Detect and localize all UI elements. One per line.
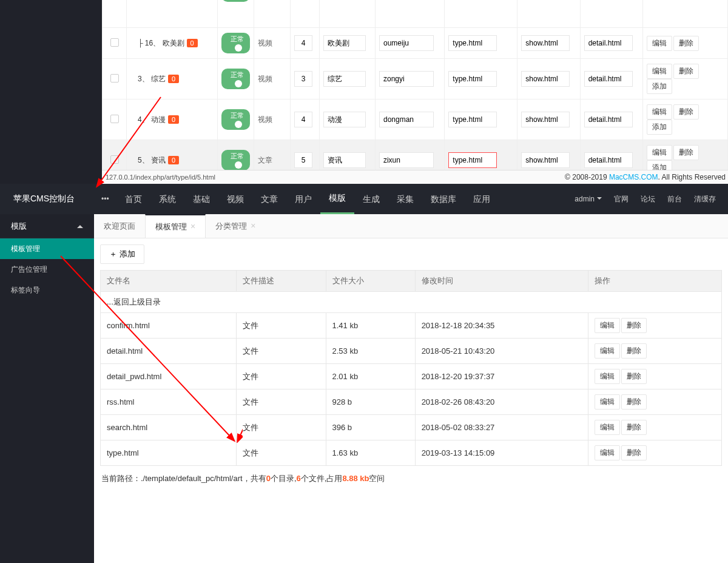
sidebar-header[interactable]: 模版 xyxy=(0,214,94,238)
name2-input[interactable] xyxy=(323,35,366,51)
file-row: detail_pwd.html文件2.01 kb2018-12-20 19:37… xyxy=(101,364,722,389)
row-checkbox[interactable] xyxy=(110,115,119,123)
action-删除[interactable]: 删除 xyxy=(673,64,699,79)
status-toggle[interactable]: 正常 xyxy=(221,150,250,170)
edit-button[interactable]: 编辑 xyxy=(595,369,620,384)
sidebar-item-2[interactable]: 标签向导 xyxy=(0,280,94,300)
link-forum[interactable]: 论坛 xyxy=(635,194,661,204)
row-checkbox[interactable] xyxy=(110,38,119,47)
slug-input[interactable] xyxy=(379,71,434,87)
tab-close-icon[interactable]: × xyxy=(251,221,255,231)
row-checkbox[interactable] xyxy=(110,74,119,83)
showfile-input[interactable] xyxy=(521,152,570,168)
edit-button[interactable]: 编辑 xyxy=(595,445,620,460)
typefile-input[interactable] xyxy=(448,35,497,51)
edit-button[interactable]: 编辑 xyxy=(595,318,620,333)
file-name[interactable]: detail.html xyxy=(101,339,237,364)
edit-button[interactable]: 编辑 xyxy=(595,394,620,410)
action-删除[interactable]: 删除 xyxy=(673,104,699,120)
nav-视频[interactable]: 视频 xyxy=(218,184,252,214)
delete-button[interactable]: 删除 xyxy=(621,369,647,384)
action-删除[interactable]: 删除 xyxy=(673,36,699,51)
typefile-input[interactable] xyxy=(448,152,497,168)
action-添加[interactable]: 添加 xyxy=(647,120,672,135)
detailfile-input[interactable] xyxy=(584,112,633,127)
detailfile-input[interactable] xyxy=(584,152,633,168)
nav-系统[interactable]: 系统 xyxy=(150,184,184,214)
file-time: 2018-05-21 10:43:20 xyxy=(415,339,588,364)
slug-input[interactable] xyxy=(379,112,434,127)
status-toggle[interactable]: 正常 xyxy=(221,0,250,2)
tab-close-icon[interactable]: × xyxy=(190,221,195,231)
showfile-input[interactable] xyxy=(521,112,570,127)
detailfile-input[interactable] xyxy=(584,71,633,87)
status-toggle[interactable]: 正常 xyxy=(221,109,250,130)
maccms-link[interactable]: MacCMS.COM xyxy=(609,173,658,181)
name2-input[interactable] xyxy=(323,112,366,127)
delete-button[interactable]: 删除 xyxy=(621,318,647,333)
row-type: 视频 xyxy=(254,99,291,140)
action-编辑[interactable]: 编辑 xyxy=(647,104,672,120)
status-toggle[interactable]: 正常 xyxy=(221,69,250,89)
tab-欢迎页面[interactable]: 欢迎页面 xyxy=(94,214,145,238)
nav-模版[interactable]: 模版 xyxy=(320,184,354,214)
typefile-input[interactable] xyxy=(448,71,497,87)
delete-button[interactable]: 删除 xyxy=(621,394,647,410)
file-name[interactable]: search.html xyxy=(101,415,237,440)
main-nav: 首页系统基础视频文章用户模版生成采集数据库应用 xyxy=(116,184,499,214)
edit-button[interactable]: 编辑 xyxy=(595,343,620,359)
action-添加[interactable]: 添加 xyxy=(647,160,672,170)
nav-数据库[interactable]: 数据库 xyxy=(422,184,465,214)
link-clearcache[interactable]: 清缓存 xyxy=(688,194,722,204)
showfile-input[interactable] xyxy=(521,35,570,51)
add-button[interactable]: ＋ 添加 xyxy=(100,244,144,264)
file-row: search.html文件396 b2018-05-02 08:33:27编辑删… xyxy=(101,415,722,440)
edit-button[interactable]: 编辑 xyxy=(595,420,620,435)
nav-应用[interactable]: 应用 xyxy=(465,184,499,214)
file-name[interactable]: type.html xyxy=(101,440,237,466)
action-编辑[interactable]: 编辑 xyxy=(647,36,672,51)
name2-input[interactable] xyxy=(323,152,366,168)
action-添加[interactable]: 添加 xyxy=(647,79,672,94)
nav-生成[interactable]: 生成 xyxy=(354,184,388,214)
file-name[interactable]: rss.html xyxy=(101,389,237,415)
delete-button[interactable]: 删除 xyxy=(621,343,647,359)
path-info: 当前路径：./template/default_pc/html/art，共有0个… xyxy=(94,466,728,491)
tab-分类管理[interactable]: 分类管理× xyxy=(206,214,265,238)
file-name[interactable]: confirm.html xyxy=(101,313,237,339)
name2-input[interactable] xyxy=(323,71,366,87)
order-input[interactable] xyxy=(294,71,312,87)
action-编辑[interactable]: 编辑 xyxy=(647,64,672,79)
order-input[interactable] xyxy=(294,112,312,127)
row-checkbox[interactable] xyxy=(110,155,119,164)
nav-用户[interactable]: 用户 xyxy=(286,184,320,214)
sidebar-item-0[interactable]: 模板管理 xyxy=(0,238,94,259)
nav-基础[interactable]: 基础 xyxy=(184,184,218,214)
slug-input[interactable] xyxy=(379,152,434,168)
user-menu[interactable]: admin xyxy=(568,195,608,203)
file-desc: 文件 xyxy=(237,440,326,466)
link-official[interactable]: 官网 xyxy=(608,194,635,204)
delete-button[interactable]: 删除 xyxy=(621,445,647,460)
detailfile-input[interactable] xyxy=(584,35,633,51)
nav-文章[interactable]: 文章 xyxy=(252,184,286,214)
status-toggle[interactable]: 正常 xyxy=(221,33,250,53)
delete-button[interactable]: 删除 xyxy=(621,420,647,435)
file-name[interactable]: detail_pwd.html xyxy=(101,364,237,389)
back-link[interactable]: ...返回上级目录 xyxy=(101,292,722,313)
order-input[interactable] xyxy=(294,152,312,168)
showfile-input[interactable] xyxy=(521,71,570,87)
order-input[interactable] xyxy=(294,35,312,51)
tab-模板管理[interactable]: 模板管理× xyxy=(145,214,206,238)
file-time: 2018-12-18 20:34:35 xyxy=(415,313,588,339)
menu-ellipsis[interactable]: ••• xyxy=(94,195,116,203)
sidebar-item-1[interactable]: 广告位管理 xyxy=(0,259,94,280)
category-row: ├ 15、 日韩剧0正常视频编辑删除 xyxy=(103,0,728,7)
action-编辑[interactable]: 编辑 xyxy=(647,145,672,160)
slug-input[interactable] xyxy=(379,35,434,51)
nav-采集[interactable]: 采集 xyxy=(388,184,422,214)
typefile-input[interactable] xyxy=(448,112,497,127)
action-删除[interactable]: 删除 xyxy=(673,145,699,160)
nav-首页[interactable]: 首页 xyxy=(116,184,150,214)
link-front[interactable]: 前台 xyxy=(661,194,688,204)
